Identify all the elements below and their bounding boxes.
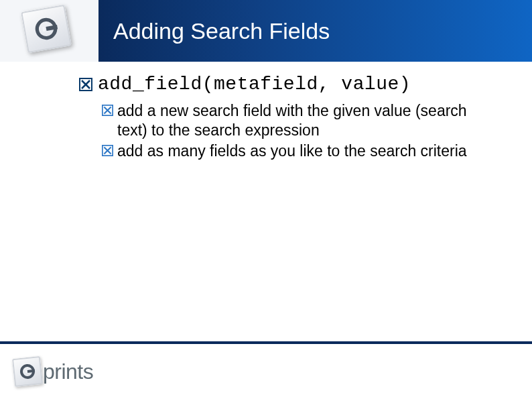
- footer-logo: prints: [13, 357, 93, 386]
- x-box-icon: [102, 105, 113, 116]
- e-icon: [30, 13, 63, 46]
- sub-bullet-list: add a new search field with the given va…: [102, 101, 478, 160]
- logo-e-key: [12, 356, 43, 387]
- slide-title: Adding Search Fields: [113, 18, 330, 44]
- svg-rect-14: [25, 370, 27, 373]
- sub-bullet-text: add as many fields as you like to the se…: [117, 141, 467, 161]
- decor-top-left: [0, 0, 98, 62]
- sub-bullet-item: add as many fields as you like to the se…: [102, 141, 478, 161]
- x-box-icon: [102, 145, 113, 156]
- code-signature: add_field(metafield, value): [98, 74, 411, 95]
- slide-body: add_field(metafield, value) add a new se…: [79, 74, 478, 162]
- logo-text: prints: [43, 359, 93, 384]
- svg-rect-2: [42, 27, 45, 32]
- footer-divider: [0, 341, 532, 344]
- x-box-icon: [79, 78, 92, 91]
- e-icon: [17, 361, 38, 382]
- sub-bullet-text: add a new search field with the given va…: [117, 101, 478, 140]
- title-bar: Adding Search Fields: [98, 0, 532, 62]
- bullet-item-main: add_field(metafield, value): [79, 74, 478, 95]
- sub-bullet-item: add a new search field with the given va…: [102, 101, 478, 140]
- decor-key: [21, 5, 72, 54]
